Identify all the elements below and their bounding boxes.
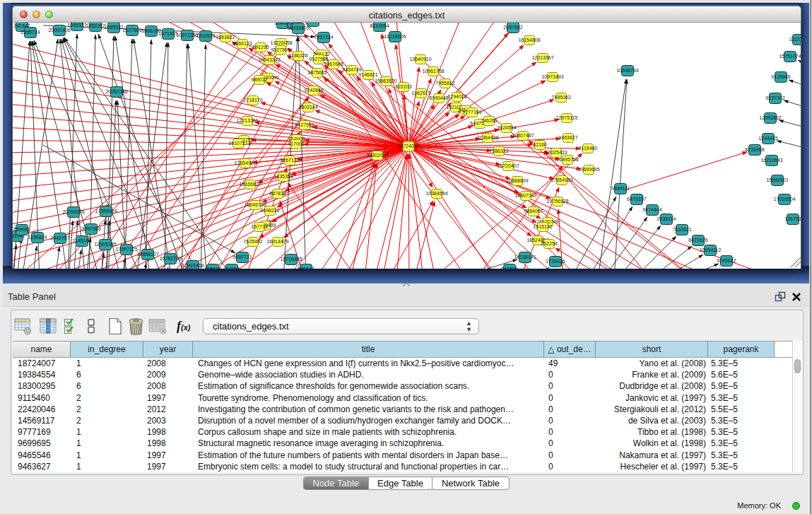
svg-text:19384554: 19384554 xyxy=(425,191,447,196)
svg-text:10654112: 10654112 xyxy=(700,247,722,252)
svg-text:8186328: 8186328 xyxy=(288,53,307,58)
svg-text:157733: 157733 xyxy=(251,224,267,229)
svg-text:8990448: 8990448 xyxy=(429,95,448,100)
svg-text:16914479: 16914479 xyxy=(266,239,288,244)
svg-text:1052267: 1052267 xyxy=(86,23,105,28)
svg-text:6479197: 6479197 xyxy=(627,197,646,201)
svg-text:1435354: 1435354 xyxy=(273,174,293,179)
svg-text:18724007: 18724007 xyxy=(397,144,419,148)
svg-text:16782759: 16782759 xyxy=(159,256,181,261)
svg-text:7663822: 7663822 xyxy=(216,35,235,40)
svg-text:9389111: 9389111 xyxy=(611,186,630,191)
svg-text:550143: 550143 xyxy=(298,267,314,269)
svg-text:7857224: 7857224 xyxy=(314,35,333,40)
svg-text:10961758: 10961758 xyxy=(422,69,444,74)
svg-text:10688609: 10688609 xyxy=(506,178,528,183)
svg-text:12975115: 12975115 xyxy=(556,115,578,120)
svg-text:9242848: 9242848 xyxy=(304,88,323,93)
svg-text:822203: 822203 xyxy=(395,84,411,89)
svg-text:16154808: 16154808 xyxy=(518,37,540,42)
svg-text:746266: 746266 xyxy=(481,118,497,123)
svg-text:1071915: 1071915 xyxy=(158,31,177,36)
svg-text:1112714: 1112714 xyxy=(789,37,801,42)
svg-text:9245612: 9245612 xyxy=(717,258,736,263)
svg-text:1065532: 1065532 xyxy=(104,25,123,30)
svg-text:3624554: 3624554 xyxy=(497,125,516,130)
svg-text:15166827: 15166827 xyxy=(239,182,261,187)
svg-text:1615132: 1615132 xyxy=(533,224,552,229)
svg-text:2867608: 2867608 xyxy=(324,62,343,66)
svg-text:21364436: 21364436 xyxy=(476,135,498,140)
svg-text:9146821: 9146821 xyxy=(358,72,377,77)
svg-text:8471676: 8471676 xyxy=(688,238,707,243)
svg-text:20091406: 20091406 xyxy=(48,28,70,33)
svg-text:17654922: 17654922 xyxy=(234,160,256,165)
svg-text:14136141: 14136141 xyxy=(514,255,536,259)
svg-text:18807249: 18807249 xyxy=(514,193,536,198)
svg-text:15883520: 15883520 xyxy=(375,78,396,83)
svg-text:559081: 559081 xyxy=(13,227,30,232)
svg-text:989012: 989012 xyxy=(251,77,267,82)
svg-text:12093832: 12093832 xyxy=(759,115,781,120)
svg-text:9129946: 9129946 xyxy=(771,74,790,79)
svg-text:10958107: 10958107 xyxy=(136,252,158,257)
svg-text:9115460: 9115460 xyxy=(579,146,598,151)
svg-text:12923468: 12923468 xyxy=(182,263,204,268)
svg-text:16033809: 16033809 xyxy=(287,25,309,30)
svg-text:17016504: 17016504 xyxy=(773,197,795,201)
svg-text:12213967: 12213967 xyxy=(531,55,553,60)
svg-text:7625402: 7625402 xyxy=(243,239,262,244)
svg-text:817225: 817225 xyxy=(501,267,517,269)
svg-text:2935114: 2935114 xyxy=(657,216,676,221)
svg-text:19756928: 19756928 xyxy=(546,199,568,204)
svg-text:23302033: 23302033 xyxy=(366,153,388,158)
svg-text:17654923: 17654923 xyxy=(551,177,572,182)
svg-text:15692901: 15692901 xyxy=(766,177,788,182)
svg-text:6794028: 6794028 xyxy=(447,94,466,99)
svg-text:1244415: 1244415 xyxy=(758,136,777,141)
svg-text:16495758: 16495758 xyxy=(556,157,578,162)
svg-text:252254: 252254 xyxy=(541,241,557,246)
svg-text:13226058: 13226058 xyxy=(270,40,292,45)
svg-text:2055724: 2055724 xyxy=(20,30,40,35)
svg-text:9527508: 9527508 xyxy=(309,57,328,62)
svg-text:20053346: 20053346 xyxy=(105,89,127,94)
svg-text:17359924: 17359924 xyxy=(95,209,117,214)
svg-text:1362615: 1362615 xyxy=(411,90,430,95)
svg-text:7955812: 7955812 xyxy=(435,81,454,86)
svg-text:17957225: 17957225 xyxy=(115,247,137,252)
svg-text:2942757: 2942757 xyxy=(50,235,69,240)
svg-text:405112: 405112 xyxy=(205,267,221,269)
svg-text:10973493: 10973493 xyxy=(541,74,563,79)
svg-text:8660123: 8660123 xyxy=(233,41,252,46)
svg-text:1065327: 1065327 xyxy=(67,23,86,28)
svg-text:9474444: 9474444 xyxy=(642,207,661,212)
svg-text:19218506: 19218506 xyxy=(384,34,406,39)
svg-text:9997588: 9997588 xyxy=(81,226,100,231)
svg-text:1733426: 1733426 xyxy=(546,259,565,264)
svg-text:7515526: 7515526 xyxy=(196,33,215,38)
svg-text:10671355: 10671355 xyxy=(176,33,198,37)
svg-text:16046736: 16046736 xyxy=(244,202,266,207)
svg-text:1910757: 1910757 xyxy=(228,141,247,146)
svg-text:7632621: 7632621 xyxy=(672,227,691,232)
svg-text:891295: 891295 xyxy=(252,45,269,49)
svg-text:126753: 126753 xyxy=(784,216,801,221)
svg-text:62160: 62160 xyxy=(533,142,547,147)
svg-text:15720407: 15720407 xyxy=(497,163,519,168)
svg-text:8427552: 8427552 xyxy=(295,122,314,127)
svg-text:2718170: 2718170 xyxy=(243,98,262,103)
svg-text:10699695: 10699695 xyxy=(577,167,599,172)
svg-text:887833: 887833 xyxy=(269,191,286,196)
svg-text:9657771: 9657771 xyxy=(233,255,252,259)
svg-text:2803144: 2803144 xyxy=(298,105,317,110)
svg-text:10543342: 10543342 xyxy=(258,57,280,62)
svg-text:9527506: 9527506 xyxy=(271,47,290,52)
svg-text:1156829: 1156829 xyxy=(28,235,47,240)
svg-text:9463627: 9463627 xyxy=(558,135,577,140)
svg-text:12905185: 12905185 xyxy=(94,242,116,247)
svg-text:84415: 84415 xyxy=(306,23,320,23)
svg-text:1527602: 1527602 xyxy=(122,28,141,33)
svg-text:8454749: 8454749 xyxy=(342,67,361,72)
svg-text:2087682: 2087682 xyxy=(503,25,522,30)
